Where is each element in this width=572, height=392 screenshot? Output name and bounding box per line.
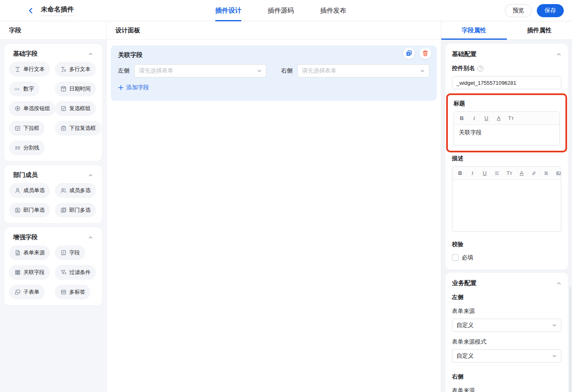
field-item-多标签[interactable]: 多标签 bbox=[55, 285, 91, 299]
field-item-下拉框[interactable]: 下拉框 bbox=[9, 121, 45, 136]
align-icon[interactable] bbox=[494, 169, 500, 177]
plus-icon bbox=[118, 85, 124, 91]
trash-icon bbox=[422, 50, 429, 57]
canvas-title: 设计面板 bbox=[107, 21, 441, 40]
properties-panel: 字段属性插件属性 基础配置 控件别名 ? _widget_17555710962… bbox=[441, 21, 572, 392]
datetime-icon: 7 bbox=[60, 86, 67, 92]
multi-select-icon bbox=[60, 125, 67, 131]
chevron-up-icon[interactable] bbox=[88, 173, 93, 178]
field-item-关联字段[interactable]: 关联字段 bbox=[9, 265, 50, 280]
field-item-部门多选[interactable]: 部门多选 bbox=[55, 203, 96, 218]
field-item-单行文本[interactable]: 单行文本 bbox=[9, 62, 50, 77]
underline-icon[interactable]: U bbox=[483, 114, 489, 122]
chevron-up-icon[interactable] bbox=[88, 235, 93, 240]
chevron-up-icon[interactable] bbox=[88, 52, 93, 57]
description-label: 描述 bbox=[452, 155, 561, 162]
select-icon bbox=[14, 125, 21, 131]
business-right-label: 右侧 bbox=[452, 373, 561, 381]
add-field-button[interactable]: 添加字段 bbox=[118, 84, 149, 91]
field-item-表单来源[interactable]: 表单来源 bbox=[9, 245, 50, 260]
related-field-icon bbox=[14, 269, 21, 276]
basic-config-card: 基础配置 控件别名 ? _widget_1755571096281 标题 BIU… bbox=[445, 44, 568, 270]
chevron-down-icon bbox=[552, 323, 557, 328]
delete-widget-button[interactable] bbox=[420, 48, 431, 59]
field-item-下拉复选框[interactable]: 下拉复选框 bbox=[55, 121, 101, 136]
link-icon[interactable] bbox=[531, 169, 537, 177]
font-size-icon[interactable]: Tт bbox=[508, 114, 514, 122]
field-item-label: 子表单 bbox=[23, 288, 39, 296]
field-item-成员单选[interactable]: 成员单选 bbox=[9, 183, 50, 198]
collapse-business-config-button[interactable] bbox=[556, 281, 561, 286]
scrollbar-thumb[interactable] bbox=[570, 287, 571, 392]
description-editor-input[interactable] bbox=[452, 180, 561, 231]
svg-text:A: A bbox=[63, 252, 65, 254]
right-form-source-label: 表单来源 bbox=[452, 387, 561, 392]
unlink-icon[interactable] bbox=[543, 169, 549, 177]
topbar-tab-2[interactable]: 插件发布 bbox=[320, 0, 346, 21]
field-item-label: 部门单选 bbox=[23, 206, 45, 214]
field-item-分割线[interactable]: 分割线 bbox=[9, 140, 45, 155]
preview-button[interactable]: 预览 bbox=[505, 4, 532, 17]
required-checkbox[interactable] bbox=[452, 254, 459, 261]
copy-widget-button[interactable] bbox=[403, 48, 415, 59]
related-field-widget[interactable]: 关联字段 左侧 bbox=[111, 45, 437, 101]
field-item-多行文本[interactable]: 多行文本 bbox=[55, 62, 96, 77]
field-item-复选框组[interactable]: 复选框组 bbox=[55, 101, 96, 116]
field-group-title: 部门成员 bbox=[13, 171, 38, 179]
back-button[interactable] bbox=[26, 6, 35, 15]
required-checkbox-row[interactable]: 必填 bbox=[452, 254, 561, 261]
chevron-left-icon bbox=[27, 7, 34, 14]
copy-icon bbox=[406, 50, 412, 57]
right-form-select[interactable]: 请先选择表单 bbox=[297, 64, 429, 77]
sidebar-title: 字段 bbox=[0, 21, 106, 40]
subform-icon bbox=[14, 289, 21, 295]
field-group-title: 基础字段 bbox=[13, 50, 38, 58]
save-button[interactable]: 保存 bbox=[537, 4, 564, 17]
properties-tab-1[interactable]: 插件属性 bbox=[507, 21, 572, 39]
bold-icon[interactable]: B bbox=[459, 114, 465, 122]
filter-icon bbox=[60, 269, 67, 276]
business-left-label: 左侧 bbox=[452, 294, 561, 301]
topbar-tab-1[interactable]: 插件源码 bbox=[268, 0, 294, 21]
field-item-字段[interactable]: A字段 bbox=[55, 245, 85, 260]
field-item-label: 过滤条件 bbox=[69, 269, 91, 276]
left-form-select[interactable]: 请先选择表单 bbox=[134, 64, 266, 77]
collapse-basic-config-button[interactable] bbox=[556, 52, 561, 57]
alias-input[interactable]: _widget_1755571096281 bbox=[452, 76, 561, 89]
field-item-label: 字段 bbox=[69, 249, 80, 256]
divider-icon bbox=[14, 145, 21, 151]
font-color-icon[interactable]: A bbox=[496, 114, 502, 122]
properties-tab-0[interactable]: 字段属性 bbox=[441, 21, 507, 39]
description-editor-toolbar: BIUTтA bbox=[452, 167, 561, 180]
help-icon[interactable]: ? bbox=[477, 66, 483, 72]
image-icon[interactable] bbox=[556, 169, 561, 177]
italic-icon[interactable]: I bbox=[470, 169, 475, 177]
multi-line-text-icon bbox=[60, 66, 67, 73]
member-single-icon bbox=[14, 187, 21, 194]
business-config-title: 业务配置 bbox=[452, 279, 477, 287]
plugin-title[interactable]: 未命名插件 bbox=[41, 5, 74, 16]
field-item-数字[interactable]: 123数字 bbox=[9, 82, 39, 96]
title-editor-input[interactable]: 关联字段 bbox=[454, 125, 559, 145]
top-bar: 未命名插件 插件设计插件源码插件发布 预览 保存 bbox=[0, 0, 572, 21]
design-canvas: 设计面板 关联字段 bbox=[107, 21, 441, 392]
form-source-label: 表单来源 bbox=[452, 308, 561, 315]
field-item-单选按钮组[interactable]: 单选按钮组 bbox=[9, 101, 55, 116]
field-item-子表单[interactable]: 子表单 bbox=[9, 285, 45, 299]
form-source-select[interactable]: 自定义 bbox=[452, 319, 561, 332]
bold-icon[interactable]: B bbox=[457, 169, 463, 177]
left-side-label: 左侧 bbox=[118, 67, 129, 75]
form-source-mode-select[interactable]: 自定义 bbox=[452, 349, 561, 363]
underline-icon[interactable]: U bbox=[482, 169, 488, 177]
field-item-过滤条件[interactable]: 过滤条件 bbox=[55, 265, 96, 280]
topbar-tab-0[interactable]: 插件设计 bbox=[215, 0, 241, 21]
field-item-label: 成员单选 bbox=[23, 187, 45, 194]
form-source-value: 自定义 bbox=[456, 322, 552, 329]
italic-icon[interactable]: I bbox=[471, 114, 477, 122]
field-item-日期时间[interactable]: 7日期时间 bbox=[55, 82, 96, 96]
font-size-icon[interactable]: Tт bbox=[506, 169, 512, 177]
basic-config-title: 基础配置 bbox=[452, 50, 477, 58]
field-item-成员多选[interactable]: 成员多选 bbox=[55, 183, 96, 198]
field-item-部门单选[interactable]: 部门单选 bbox=[9, 203, 50, 218]
font-color-icon[interactable]: A bbox=[519, 169, 524, 177]
